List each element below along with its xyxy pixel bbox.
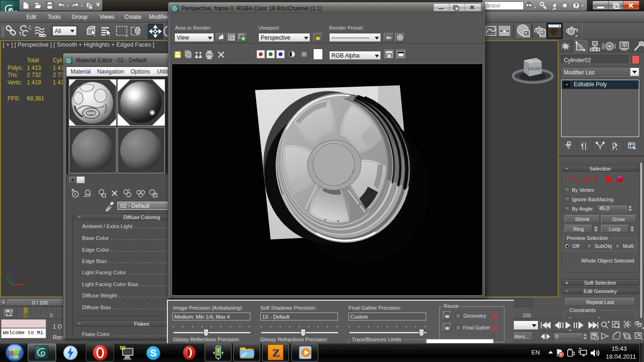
svg-text:Z: Z (272, 346, 280, 359)
svg-text:TOP: TOP (532, 57, 539, 61)
svg-text:?: ? (574, 2, 578, 9)
svg-text:x: x (25, 277, 27, 283)
svg-text:z: z (11, 269, 14, 274)
svg-text:FRONT: FRONT (528, 66, 543, 72)
svg-text:100: 100 (522, 313, 531, 318)
svg-text:All: All (55, 28, 61, 34)
svg-text:y: y (7, 274, 9, 280)
svg-text:S: S (150, 347, 157, 358)
svg-text:5: 5 (50, 313, 53, 318)
svg-text:99: 99 (120, 345, 125, 351)
svg-text:0: 0 (25, 312, 27, 318)
